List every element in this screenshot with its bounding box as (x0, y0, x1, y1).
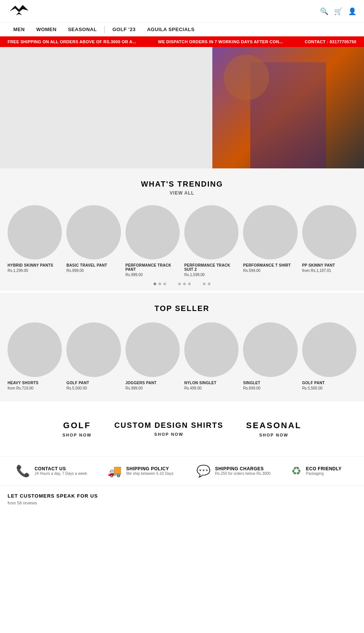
ts-card-4[interactable]: SINGLET Rs.699.00 (243, 322, 297, 390)
footer-contact-title: CONTACT US (35, 466, 87, 471)
ts-name-2: JOGGERS PANT (126, 381, 180, 385)
product-card-5[interactable]: PP SKINNY PANT from Rs.1,187.01 (302, 205, 356, 277)
product-card-0[interactable]: HYBRID SKINNY PANTS Rs.1,299.00 (8, 205, 62, 277)
product-price-5: from Rs.1,187.01 (302, 269, 356, 273)
product-name-5: PP SKINNY PANT (302, 263, 356, 267)
ts-price-4: Rs.699.00 (243, 386, 297, 390)
nav-item-aguila[interactable]: AGUILA SPECIALS (141, 23, 200, 36)
shipping-policy-icon: 🚚 (108, 464, 122, 477)
reviews-title: LET CUSTOMERS SPEAK FOR US (8, 493, 356, 499)
product-price-2: Rs.999.00 (126, 273, 180, 277)
category-custom-title: CUSTOM DESIGN SHIRTS (115, 421, 223, 430)
ts-card-3[interactable]: NYLON SINGLET Rs.499.00 (184, 322, 238, 390)
product-price-0: Rs.1,299.00 (8, 269, 62, 273)
ts-price-3: Rs.499.00 (184, 386, 238, 390)
nav-item-men[interactable]: MEN (8, 23, 30, 36)
category-custom[interactable]: CUSTOM DESIGN SHIRTS SHOP NOW (115, 421, 223, 437)
product-name-1: BASIC TRAVEL PANT (66, 263, 121, 267)
dot-gap2 (193, 283, 201, 285)
announcement-left: FREE SHIPPING ON ALL ORDERS ABOVE OF RS.… (8, 39, 136, 44)
reviews-count: from 58 reviews (8, 501, 356, 505)
category-golf-shop[interactable]: SHOP NOW (63, 433, 92, 437)
announcement-right: CONTACT : 03177705750 (305, 39, 356, 44)
nav: MEN WOMEN SEASONAL GOLF '23 AGUILA SPECI… (0, 23, 364, 36)
product-image-5 (302, 205, 356, 259)
dot-5[interactable] (183, 283, 186, 285)
footer-contact[interactable]: 📞 CONTACT US 24 Hours a day, 7 Days a we… (16, 464, 87, 477)
footer-eco-title: ECO FRIENDLY (306, 466, 342, 471)
view-all-link[interactable]: VIEW ALL (8, 190, 356, 196)
dot-2[interactable] (158, 283, 161, 285)
dot-1[interactable] (154, 283, 156, 285)
hero-section (0, 47, 364, 168)
product-card-1[interactable]: BASIC TRAVEL PANT Rs.999.00 (66, 205, 121, 277)
dot-3[interactable] (163, 283, 166, 285)
dot-6[interactable] (188, 283, 191, 285)
search-icon[interactable]: 🔍 (320, 7, 328, 16)
announcement-center: WE DISPATCH ORDERS IN 7 WORKING DAYS AFT… (158, 39, 283, 44)
product-name-0: HYBRID SKINNY PANTS (8, 263, 62, 267)
dot-7[interactable] (203, 283, 206, 285)
category-golf[interactable]: GOLF SHOP NOW (63, 421, 92, 437)
nav-item-women[interactable]: WOMEN (30, 23, 62, 36)
dot-8[interactable] (208, 283, 210, 285)
ts-image-3 (184, 322, 238, 377)
user-icon[interactable]: 👤 (348, 7, 356, 16)
contact-icon: 📞 (16, 464, 30, 477)
ts-name-0: HEAVY SHORTS (8, 381, 62, 385)
dot-gap (168, 283, 176, 285)
ts-price-1: Rs.5,500.00 (66, 386, 121, 390)
hero-left (0, 47, 212, 168)
nav-item-golf[interactable]: GOLF '23 (107, 23, 141, 36)
nav-divider (104, 26, 105, 33)
ts-image-2 (126, 322, 180, 377)
shipping-charges-icon: 💬 (196, 464, 210, 477)
product-card-2[interactable]: PERFORMANCE TRACK PANT Rs.999.00 (126, 205, 180, 277)
footer-shipping-policy[interactable]: 🚚 SHIPPING POLICY We ship between 5-10 D… (108, 464, 176, 477)
ts-image-4 (243, 322, 297, 377)
trending-title: WHAT'S TRENDING (8, 180, 356, 188)
product-card-4[interactable]: PERFORMANCE T SHIRT Rs.599.00 (243, 205, 297, 277)
svg-marker-0 (9, 5, 28, 12)
footer-shipping-charges[interactable]: 💬 SHIPPING CHARGES Rs.250 for orders bel… (196, 464, 270, 477)
eco-icon: ♻ (291, 464, 301, 477)
product-image-3 (184, 205, 238, 259)
ts-price-0: from Rs.719.00 (8, 386, 62, 390)
hero-right (212, 47, 364, 168)
category-seasonal[interactable]: SEASONAL SHOP NOW (246, 421, 301, 437)
header-icons: 🔍 🛒 👤 (320, 7, 356, 16)
ts-card-1[interactable]: GOLF PANT Rs.5,500.00 (66, 322, 121, 390)
svg-marker-1 (16, 12, 22, 15)
announcement-bar: FREE SHIPPING ON ALL ORDERS ABOVE OF RS.… (0, 36, 364, 47)
footer-contact-sub: 24 Hours a day, 7 Days a week (35, 471, 87, 476)
product-name-2: PERFORMANCE TRACK PANT (126, 263, 180, 272)
product-image-4 (243, 205, 297, 259)
ts-card-2[interactable]: JOGGERS PANT Rs.999.00 (126, 322, 180, 390)
product-name-3: PERFORMANCE TRACK SUIT 2 (184, 263, 238, 272)
product-card-3[interactable]: PERFORMANCE TRACK SUIT 2 Rs.1,599.00 (184, 205, 238, 277)
ts-price-2: Rs.999.00 (126, 386, 180, 390)
ts-card-5[interactable]: GOLF PANT Rs.5,500.00 (302, 322, 356, 390)
ts-image-5 (302, 322, 356, 377)
footer-eco-sub: Packaging (306, 471, 342, 476)
ts-card-0[interactable]: HEAVY SHORTS from Rs.719.00 (8, 322, 62, 390)
nav-item-seasonal[interactable]: SEASONAL (62, 23, 102, 36)
ts-name-3: NYLON SINGLET (184, 381, 238, 385)
footer-info: 📞 CONTACT US 24 Hours a day, 7 Days a we… (0, 456, 364, 485)
category-seasonal-shop[interactable]: SHOP NOW (246, 433, 301, 437)
footer-shipping-charges-sub: Rs.250 for orders below Rs.3000 (215, 471, 270, 476)
dot-4[interactable] (178, 283, 181, 285)
ts-name-5: GOLF PANT (302, 381, 356, 385)
footer-shipping-policy-title: SHIPPING POLICY (126, 466, 174, 471)
categories-section: GOLF SHOP NOW CUSTOM DESIGN SHIRTS SHOP … (0, 402, 364, 456)
footer-eco[interactable]: ♻ ECO FRIENDLY Packaging (291, 464, 348, 477)
cart-icon[interactable]: 🛒 (334, 7, 342, 16)
ts-name-1: GOLF PANT (66, 381, 121, 385)
logo[interactable] (8, 4, 30, 19)
ts-price-5: Rs.5,500.00 (302, 386, 356, 390)
top-seller-grid: HEAVY SHORTS from Rs.719.00 GOLF PANT Rs… (8, 322, 356, 390)
top-seller-title: TOP SELLER (8, 304, 356, 313)
reviews-section: LET CUSTOMERS SPEAK FOR US from 58 revie… (0, 485, 364, 517)
category-custom-shop[interactable]: SHOP NOW (115, 432, 223, 437)
category-seasonal-title: SEASONAL (246, 421, 301, 430)
